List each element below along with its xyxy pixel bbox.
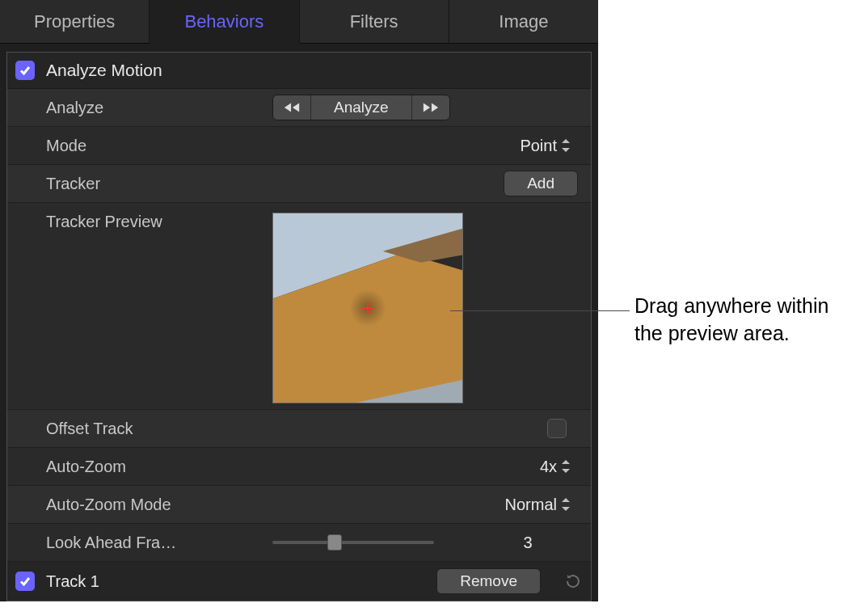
- analyze-reverse-button[interactable]: [273, 95, 311, 120]
- param-row-analyze: Analyze Analyze: [7, 89, 591, 127]
- remove-track-button[interactable]: Remove: [436, 568, 541, 594]
- analyze-button[interactable]: Analyze: [311, 95, 412, 120]
- autozoom-dropdown[interactable]: 4x: [540, 458, 578, 476]
- annotation-text-line1: Drag anywhere within: [634, 293, 828, 320]
- reset-button[interactable]: [563, 572, 583, 591]
- annotation-text-line2: the preview area.: [634, 320, 828, 348]
- updown-caret-icon: [562, 139, 571, 152]
- annotation-leader-line: [450, 310, 630, 311]
- autozoom-value: 4x: [540, 458, 557, 476]
- tab-image[interactable]: Image: [449, 0, 598, 44]
- add-tracker-button[interactable]: Add: [504, 171, 578, 196]
- annotation-callout: Drag anywhere within the preview area.: [634, 293, 828, 348]
- label-analyze: Analyze: [46, 99, 272, 117]
- mode-value: Point: [520, 137, 557, 155]
- offset-track-checkbox[interactable]: [547, 419, 567, 438]
- param-row-autozoom: Auto-Zoom 4x: [7, 448, 591, 486]
- tab-filters[interactable]: Filters: [300, 0, 449, 44]
- rewind-icon: [283, 102, 301, 113]
- inspector-body: Analyze Motion Analyze Analyze Mode: [6, 52, 592, 601]
- updown-caret-icon: [562, 498, 571, 511]
- param-row-tracker: Tracker Add: [7, 165, 591, 203]
- label-autozoom: Auto-Zoom: [46, 458, 272, 476]
- lookahead-value[interactable]: 3: [504, 534, 552, 552]
- tab-properties[interactable]: Properties: [0, 0, 150, 44]
- enable-analyze-motion-checkbox[interactable]: [15, 61, 35, 80]
- section-title: Analyze Motion: [46, 61, 162, 80]
- analyze-button-group: Analyze: [272, 95, 450, 120]
- label-lookahead: Look Ahead Fra…: [46, 534, 272, 552]
- tracker-preview[interactable]: [272, 213, 463, 403]
- lookahead-slider[interactable]: [272, 541, 434, 544]
- param-row-offset: Offset Track: [7, 410, 591, 448]
- check-icon: [19, 575, 32, 588]
- label-preview: Tracker Preview: [46, 213, 272, 231]
- label-offset: Offset Track: [46, 420, 272, 438]
- inspector-panel: Properties Behaviors Filters Image Analy…: [0, 0, 598, 601]
- param-row-preview: Tracker Preview: [7, 203, 591, 410]
- analyze-forward-button[interactable]: [412, 95, 449, 120]
- label-mode: Mode: [46, 137, 272, 155]
- section-header: Analyze Motion: [7, 53, 591, 89]
- autozoom-mode-dropdown[interactable]: Normal: [505, 496, 578, 514]
- label-autozoom-mode: Auto-Zoom Mode: [46, 496, 272, 514]
- param-row-lookahead: Look Ahead Fra… 3: [7, 524, 591, 562]
- reset-arrow-icon: [563, 572, 583, 591]
- enable-track1-checkbox[interactable]: [15, 572, 35, 591]
- track-label: Track 1: [46, 572, 99, 591]
- fast-forward-icon: [422, 102, 440, 113]
- autozoom-mode-value: Normal: [505, 496, 557, 514]
- updown-caret-icon: [562, 460, 571, 473]
- check-icon: [19, 64, 32, 77]
- param-row-autozoom-mode: Auto-Zoom Mode Normal: [7, 486, 591, 524]
- track-row: Track 1 Remove: [7, 562, 591, 601]
- tab-bar: Properties Behaviors Filters Image: [0, 0, 598, 44]
- slider-thumb[interactable]: [327, 534, 342, 551]
- tab-behaviors[interactable]: Behaviors: [150, 0, 299, 44]
- mode-dropdown[interactable]: Point: [520, 137, 578, 155]
- param-row-mode: Mode Point: [7, 127, 591, 165]
- label-tracker: Tracker: [46, 175, 272, 193]
